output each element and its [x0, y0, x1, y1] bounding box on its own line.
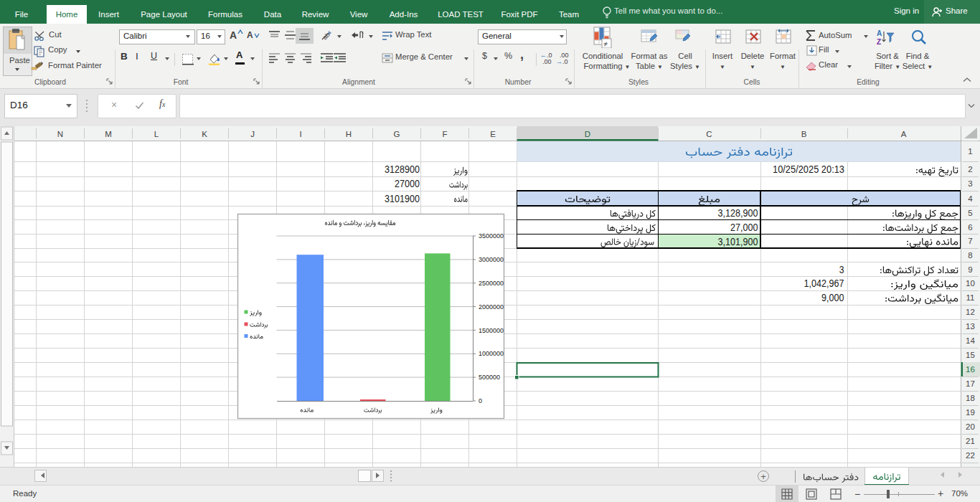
svg-text:10/25/2025 20:13: 10/25/2025 20:13	[773, 164, 844, 175]
svg-text:K: K	[202, 130, 207, 138]
svg-text:C: C	[706, 130, 712, 138]
svg-text:9: 9	[968, 265, 972, 274]
svg-text:14: 14	[966, 336, 975, 345]
svg-text:1000000: 1000000	[479, 350, 504, 357]
svg-text:20: 20	[966, 422, 975, 431]
svg-text:N: N	[57, 130, 63, 138]
svg-text:M: M	[105, 130, 112, 138]
svg-text:B: B	[801, 130, 807, 138]
svg-text:F: F	[442, 130, 447, 138]
svg-text:H: H	[346, 130, 352, 138]
svg-text:27,000: 27,000	[730, 222, 758, 233]
svg-text:16: 16	[966, 365, 975, 374]
svg-text:G: G	[394, 130, 400, 138]
svg-text:A: A	[901, 130, 907, 138]
svg-text:J: J	[250, 130, 255, 138]
svg-text:3,101,900: 3,101,900	[718, 236, 758, 247]
svg-text:12: 12	[966, 308, 975, 316]
svg-text:3,128,900: 3,128,900	[718, 207, 758, 219]
svg-text:2: 2	[968, 165, 972, 174]
svg-text:8: 8	[968, 251, 972, 260]
svg-text:1: 1	[968, 147, 972, 156]
svg-text:9,000: 9,000	[821, 292, 844, 303]
svg-text:10: 10	[966, 279, 975, 288]
svg-text:21: 21	[966, 437, 975, 445]
svg-text:27000: 27000	[395, 178, 420, 189]
svg-text:3: 3	[839, 264, 844, 275]
svg-text:3000000: 3000000	[479, 256, 504, 263]
svg-text:D: D	[585, 130, 590, 138]
svg-text:18: 18	[966, 394, 975, 402]
svg-text:I: I	[299, 130, 301, 138]
svg-text:L: L	[154, 130, 159, 138]
svg-text:3128900: 3128900	[385, 164, 420, 175]
svg-text:E: E	[490, 130, 496, 138]
svg-text:4: 4	[968, 194, 973, 203]
svg-text:13: 13	[966, 322, 975, 331]
svg-text:6: 6	[968, 223, 972, 232]
svg-text:1500000: 1500000	[479, 327, 504, 334]
svg-text:19: 19	[966, 408, 975, 417]
svg-text:17: 17	[966, 379, 975, 388]
svg-text:3500000: 3500000	[479, 232, 504, 240]
svg-text:500000: 500000	[479, 374, 500, 381]
svg-text:5: 5	[968, 209, 972, 217]
svg-text:0: 0	[479, 397, 482, 404]
svg-text:7: 7	[968, 237, 972, 245]
svg-text:2000000: 2000000	[479, 303, 504, 311]
svg-text:1,042,967: 1,042,967	[804, 278, 844, 289]
svg-text:15: 15	[966, 351, 975, 359]
svg-text:11: 11	[966, 293, 975, 302]
svg-text:3: 3	[968, 179, 972, 188]
svg-text:2500000: 2500000	[479, 280, 504, 287]
svg-text:3101900: 3101900	[385, 193, 420, 204]
svg-text:22: 22	[966, 451, 975, 460]
